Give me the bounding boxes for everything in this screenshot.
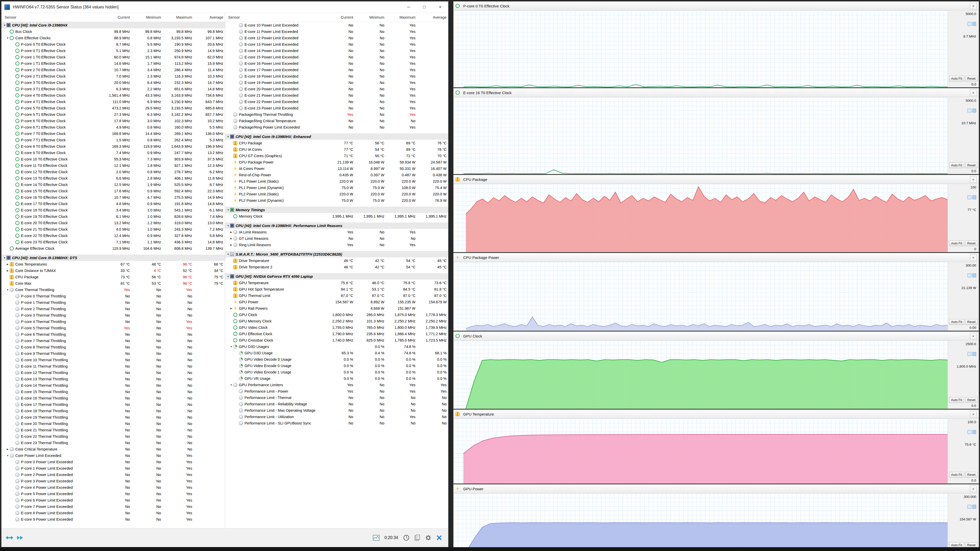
column-sensor[interactable]: Sensor bbox=[2, 15, 100, 19]
sensor-row[interactable]: E-core 11 Power Limit ExceededNoNoYes bbox=[225, 28, 448, 35]
expand-arrow[interactable]: ▶ bbox=[229, 237, 233, 240]
sensor-row[interactable]: E-core 12 Thermal ThrottlingNoNoNo bbox=[2, 369, 225, 376]
sensor-row[interactable]: P-core 6 Thermal ThrottlingNoNoNo bbox=[2, 331, 225, 338]
sensor-row[interactable]: P-core 7 Thermal ThrottlingNoNoNo bbox=[2, 338, 225, 344]
graph-titlebar[interactable]: GPU Clock × bbox=[453, 332, 979, 341]
sensor-row[interactable]: E-core 18 T0 Effective Clock3.4 MHz1.0 M… bbox=[2, 207, 225, 213]
sensor-row[interactable]: ▶Core Critical TemperatureNoNoNo bbox=[2, 446, 225, 452]
sensor-row[interactable]: E-core 13 T0 Effective Clock6.6 MHz2.8 M… bbox=[2, 175, 225, 181]
graph-close-button[interactable]: × bbox=[970, 411, 977, 417]
auto-fit-button[interactable]: Auto Fit bbox=[949, 162, 964, 168]
sensor-row[interactable]: E-core 14 Thermal ThrottlingNoNoNo bbox=[2, 382, 225, 389]
reset-button[interactable]: Reset bbox=[965, 397, 978, 403]
graph-checkbox-1[interactable] bbox=[967, 352, 971, 356]
expand-arrow[interactable]: ▶ bbox=[6, 448, 10, 451]
sensor-row[interactable]: GPU Video Encode 0 Usage0.0 %0.0 %0.0 %0… bbox=[225, 362, 448, 369]
section-row[interactable]: ▼CPU [#0]: Intel Core i9-13980HX: Perfor… bbox=[225, 222, 448, 229]
sensor-row[interactable]: E-core 20 Power Limit ExceededNoNoYes bbox=[225, 86, 448, 92]
reset-button[interactable]: Reset bbox=[965, 76, 978, 81]
sensor-row[interactable]: ▶Core Distance to TJMAX33 °C4 °C52 °C34 … bbox=[2, 267, 225, 274]
sensor-row[interactable]: E-core 16 Thermal ThrottlingNoNoNo bbox=[2, 395, 225, 401]
sensor-row[interactable]: P-core 4 T0 Effective Clock1,561.4 MHz43… bbox=[2, 92, 225, 98]
sensor-row[interactable]: P-core 0 T1 Effective Clock5.1 MHz2.3 MH… bbox=[2, 48, 225, 54]
maximize-button[interactable]: □ bbox=[417, 2, 432, 13]
sensor-row[interactable]: P-core 6 T1 Effective Clock4.9 MHz0.8 MH… bbox=[2, 124, 225, 130]
expand-arrow[interactable]: ▼ bbox=[229, 384, 233, 386]
sensor-row[interactable]: E-core 14 Power Limit ExceededNoNoYes bbox=[225, 48, 448, 54]
auto-fit-button[interactable]: Auto Fit bbox=[949, 472, 964, 478]
close-button[interactable]: × bbox=[432, 2, 448, 13]
expand-arrow[interactable]: ▶ bbox=[6, 263, 10, 265]
sensor-row[interactable]: E-core 9 T0 Effective Clock7.4 MHz0.9 MH… bbox=[2, 149, 225, 156]
report-icon[interactable] bbox=[414, 535, 420, 541]
sensor-row[interactable]: CPU Package73 °C56 °C96 °C75 °C bbox=[2, 274, 225, 280]
sensor-row[interactable]: CPU IA Cores77 °C54 °C89 °C76 °C bbox=[225, 146, 448, 152]
graph-titlebar[interactable]: E-core 16 T0 Effective Clock × bbox=[453, 88, 979, 97]
exit-icon[interactable] bbox=[436, 535, 442, 540]
graph-close-button[interactable]: × bbox=[970, 176, 977, 183]
reset-button[interactable]: Reset bbox=[965, 241, 978, 246]
sensor-row[interactable]: P-core 0 T0 Effective Clock8.7 MHz5.5 MH… bbox=[2, 41, 225, 48]
sensor-row[interactable]: P-core 1 Thermal ThrottlingNoNoNo bbox=[2, 299, 225, 306]
column-current[interactable]: Current bbox=[324, 15, 355, 19]
column-minimum[interactable]: Minimum bbox=[131, 15, 162, 19]
sensor-row[interactable]: Memory Clock1,995.1 MHz1,995.1 MHz1,995.… bbox=[225, 213, 448, 219]
sensor-row[interactable]: GPU Video Encode 1 Usage0.0 %0.0 %0.0 %0… bbox=[225, 369, 448, 375]
sensor-row[interactable]: ▼GPU D3D Usages0.0 %74.8 % bbox=[225, 343, 448, 350]
graph-close-button[interactable]: × bbox=[970, 486, 977, 492]
sensor-row[interactable]: P-core 1 T0 Effective Clock60.0 MHz15.1 … bbox=[2, 54, 225, 60]
sensor-row[interactable]: E-core 14 T0 Effective Clock12.5 MHz1.9 … bbox=[2, 181, 225, 188]
auto-fit-button[interactable]: Auto Fit bbox=[949, 319, 964, 325]
sensor-row[interactable]: GPU Hot Spot Temperature84.1 °C53.1 °C84… bbox=[225, 286, 448, 292]
sensor-row[interactable]: E-core 15 T0 Effective Clock17.6 MHz0.9 … bbox=[2, 188, 225, 194]
expand-arrow[interactable]: ▼ bbox=[226, 253, 230, 256]
reset-button[interactable]: Reset bbox=[965, 162, 978, 168]
graph-titlebar[interactable]: CPU Package Power × bbox=[453, 253, 979, 262]
sensor-row[interactable]: GPU Clock1,800.0 MHz285.0 MHz1,875.0 MHz… bbox=[225, 311, 448, 318]
sensor-row[interactable]: P-core 7 T0 Effective Clock169.8 MHz14.4… bbox=[2, 130, 225, 137]
sensor-row[interactable]: P-core 2 Thermal ThrottlingNoNoNo bbox=[2, 306, 225, 312]
sensor-row[interactable]: E-core 21 Thermal ThrottlingNoNoNo bbox=[2, 427, 225, 433]
sensor-row[interactable]: E-core 19 Thermal ThrottlingNoNoNo bbox=[2, 414, 225, 421]
sensor-row[interactable]: PL1 Power Limit (Dynamic)75.0 W75.0 W108… bbox=[225, 184, 448, 191]
sensor-row[interactable]: Performance Limit - SLI GPUBoost SyncNoN… bbox=[225, 420, 448, 426]
expand-arrow[interactable]: ▼ bbox=[6, 454, 10, 457]
graph-close-button[interactable]: × bbox=[970, 333, 977, 339]
sensor-row[interactable]: P-core 2 T0 Effective Clock10.7 MHz3.4 M… bbox=[2, 67, 225, 73]
expand-arrow[interactable]: ▼ bbox=[226, 135, 230, 138]
sensor-row[interactable]: E-core 17 T0 Effective Clock4.8 MHz0.9 M… bbox=[2, 200, 225, 207]
sensor-row[interactable]: GPU VR Usage0.0 %0.0 %0.0 %0.0 % bbox=[225, 375, 448, 382]
graph-checkbox-1[interactable] bbox=[967, 273, 971, 277]
expand-arrow[interactable]: ▶ bbox=[229, 231, 233, 233]
section-row[interactable]: ▼GPU [#0]: NVIDIA GeForce RTX 4090 Lapto… bbox=[225, 273, 448, 279]
graph-panel-icon[interactable] bbox=[373, 535, 380, 540]
sensor-row[interactable]: E-core 15 Power Limit ExceededNoNoYes bbox=[225, 54, 448, 60]
settings-gear-icon[interactable] bbox=[425, 535, 431, 541]
sensor-row[interactable]: E-core 23 Power Limit ExceededNoNoYes bbox=[225, 105, 448, 111]
sensor-row[interactable]: P-core 5 Thermal ThrottlingYesNoYes bbox=[2, 325, 225, 331]
graph-checkbox-1[interactable] bbox=[967, 22, 971, 26]
sensor-row[interactable]: Package/Ring Thermal ThrottlingYesNoYes bbox=[225, 111, 448, 118]
sensor-row[interactable]: P-core 0 Power Limit ExceededNoNoYes bbox=[2, 459, 225, 465]
sensor-row[interactable]: CPU Package77 °C56 °C89 °C76 °C bbox=[225, 140, 448, 146]
sensor-row[interactable]: Average Effective Clock115.9 MHz104.6 MH… bbox=[2, 245, 225, 251]
section-row[interactable]: ▼CPU [#0]: Intel Core i9-13980HX: Enhanc… bbox=[225, 133, 448, 140]
sensor-row[interactable]: P-core 6 T0 Effective Clock17.8 MHz3.0 M… bbox=[2, 118, 225, 124]
sensor-row[interactable]: E-core 16 Power Limit ExceededNoNoYes bbox=[225, 60, 448, 67]
sensor-row[interactable]: E-core 22 Power Limit ExceededNoNoYes bbox=[225, 98, 448, 105]
sensor-row[interactable]: E-core 11 Thermal ThrottlingNoNoNo bbox=[2, 363, 225, 369]
swap-columns-button[interactable] bbox=[6, 535, 13, 540]
sensor-row[interactable]: PL1 Power Limit (Static)220.0 W220.0 W22… bbox=[225, 178, 448, 184]
sensor-row[interactable]: E-core 13 Thermal ThrottlingNoNoNo bbox=[2, 376, 225, 382]
sensor-row[interactable]: E-core 12 Power Limit ExceededNoNoYes bbox=[225, 35, 448, 41]
sensor-row[interactable]: E-core 8 Thermal ThrottlingNoNoNo bbox=[2, 344, 225, 350]
sensor-row[interactable]: ▶GT Limit ReasonsNoNoNo bbox=[225, 235, 448, 241]
sensor-row[interactable]: E-core 10 T0 Effective Clock55.3 MHz7.3 … bbox=[2, 156, 225, 162]
reset-button[interactable]: Reset bbox=[965, 319, 978, 325]
column-maximum[interactable]: Maximum bbox=[162, 15, 194, 19]
column-minimum[interactable]: Minimum bbox=[355, 15, 386, 19]
sensor-row[interactable]: P-core 0 Thermal ThrottlingNoNoNo bbox=[2, 293, 225, 299]
sensor-row[interactable]: ▶Core Temperatures67 °C48 °C96 °C66 °C bbox=[2, 261, 225, 267]
sensor-row[interactable]: E-core 18 Thermal ThrottlingNoNoNo bbox=[2, 408, 225, 414]
sensor-row[interactable]: P-core 4 Power Limit ExceededNoNoYes bbox=[2, 484, 225, 491]
